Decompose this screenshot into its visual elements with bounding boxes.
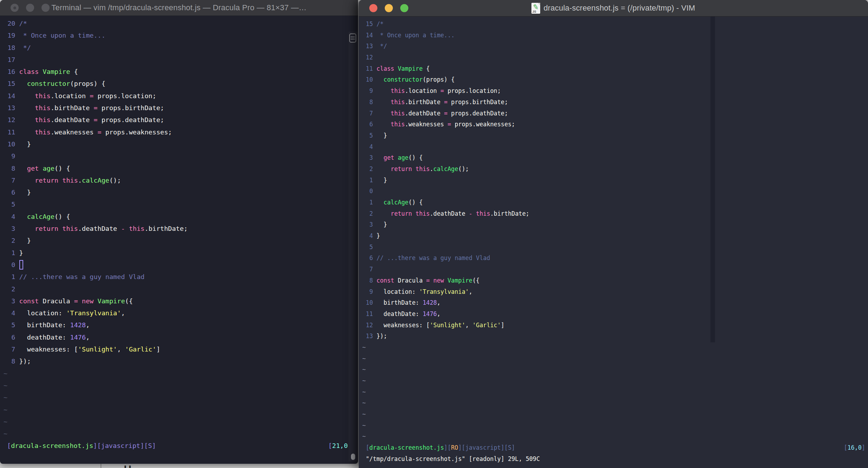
line-number: 8 — [4, 355, 19, 367]
minimize-button[interactable] — [26, 4, 34, 12]
code-token: props.birthDate; — [97, 104, 164, 112]
tilde-line: ~ — [362, 342, 868, 353]
code-token: , — [469, 288, 472, 295]
code-line: 19 * Once upon a time... — [4, 30, 358, 42]
code-line: 6 deathDate: 1476, — [4, 331, 358, 343]
vim-buffer-right[interactable]: 15/*14 * Once upon a time...13 */1211cla… — [359, 17, 868, 468]
code-token: new — [433, 277, 447, 284]
code-token: 1428 — [423, 299, 437, 306]
code-token: javascript — [101, 442, 140, 449]
code-line: 16class Vampire { — [4, 66, 358, 78]
code-token: (); — [458, 165, 469, 172]
code-token: ][ — [444, 444, 451, 451]
line-number: 20 — [4, 18, 19, 30]
code-token: dracula-screenshot.js — [369, 444, 444, 451]
code-token — [376, 110, 390, 117]
code-line: 2 } — [4, 235, 358, 247]
terminal-titlebar[interactable]: Terminal — vim /tmp/dracula-screenshot.j… — [0, 0, 358, 16]
scrollbar-thumb[interactable] — [351, 454, 355, 460]
code-token: Vampire — [43, 68, 74, 75]
statusline-file-info: [dracula-screenshot.js][javascript][S] — [7, 440, 156, 452]
code-token: ] — [862, 444, 865, 451]
code-token: = — [426, 277, 433, 284]
code-token: 1428 — [70, 321, 86, 329]
code-token — [376, 154, 383, 161]
code-token: } — [19, 189, 31, 196]
code-token: get — [384, 154, 398, 161]
code-token: this — [391, 121, 405, 128]
code-line: 12 weaknesses: ['Sunlight', 'Garlic'] — [362, 320, 868, 331]
minimize-button[interactable] — [385, 4, 393, 12]
code-token — [19, 104, 35, 112]
code-token: .birthDate; — [490, 210, 529, 217]
code-token: ][ — [93, 442, 101, 449]
vim-cursor — [19, 260, 23, 270]
macvim-scrollbar-track[interactable] — [710, 17, 715, 342]
line-number: 15 — [4, 78, 19, 90]
tilde-line: ~ — [362, 420, 868, 431]
close-button[interactable] — [11, 4, 19, 12]
code-line: 15/* — [362, 19, 868, 30]
code-token: ] — [501, 322, 504, 329]
code-token: location: — [19, 309, 66, 317]
code-line: 5 } — [362, 130, 868, 141]
code-token: - — [121, 225, 125, 232]
zoom-button[interactable] — [42, 4, 50, 12]
js-document-icon[interactable]: ✎ JS — [531, 3, 540, 14]
code-token: , — [121, 309, 125, 317]
code-token: birthDate: — [19, 321, 70, 329]
scrollbar-mark-icon[interactable] — [349, 33, 356, 43]
code-token: props.deathDate; — [97, 116, 164, 124]
code-line: 3 get age() { — [362, 152, 868, 164]
vim-statusline: [dracula-screenshot.js][javascript][S][2… — [7, 440, 352, 452]
macvim-window[interactable]: ✎ JS dracula-screenshot.js = (/private/t… — [359, 0, 868, 468]
terminal-window[interactable]: Terminal — vim /tmp/dracula-screenshot.j… — [0, 0, 358, 464]
code-token: props.weaknesses; — [101, 128, 172, 136]
code-token: 1476 — [70, 334, 86, 341]
line-number: 12 — [362, 320, 376, 331]
code-token: ][ — [458, 444, 465, 451]
code-token: ] — [152, 442, 156, 449]
terminal-scrollbar[interactable] — [349, 32, 358, 461]
code-token: calcAge — [384, 199, 409, 206]
statusline-position: [21,0] — [328, 440, 352, 452]
code-token: 21,0 — [332, 442, 348, 449]
line-number: 11 — [362, 309, 376, 320]
code-token: */ — [376, 43, 387, 50]
vim-buffer-left[interactable]: 20/*19 * Once upon a time...18 */1716cla… — [0, 16, 358, 464]
tilde-line: ~ — [362, 375, 868, 387]
code-line: 1 } — [362, 175, 868, 186]
code-token: // ...there was a guy named Vlad — [19, 273, 145, 280]
code-line: 11 deathDate: 1476, — [362, 309, 868, 320]
close-dot-icon — [13, 6, 16, 9]
code-token: () { — [408, 199, 422, 206]
tilde-line: ~ — [4, 368, 358, 380]
line-number: 8 — [4, 163, 19, 175]
code-token: return — [391, 165, 416, 172]
code-token: [ — [366, 444, 369, 451]
line-number: 16 — [4, 66, 19, 78]
line-number: 5 — [4, 319, 19, 331]
macvim-titlebar[interactable]: ✎ JS dracula-screenshot.js = (/private/t… — [359, 0, 868, 17]
code-token: this — [62, 177, 78, 184]
code-token: (); — [109, 177, 121, 184]
code-token: = — [444, 110, 447, 117]
code-token: props.deathDate; — [447, 110, 508, 117]
code-token: new — [82, 297, 98, 305]
code-token — [376, 99, 390, 106]
tilde-line: ~ — [4, 404, 358, 416]
zoom-button[interactable] — [400, 4, 408, 12]
code-token: } — [19, 237, 31, 244]
code-line: 9 location: 'Transylvania', — [362, 286, 868, 298]
code-token: Vampire — [398, 65, 426, 72]
traffic-lights — [369, 4, 408, 12]
code-line: 0 — [4, 259, 358, 271]
code-token: /* — [19, 20, 27, 27]
close-button[interactable] — [369, 4, 377, 12]
vim-command-line — [7, 452, 352, 464]
code-token — [19, 116, 35, 124]
tilde-line: ~ — [4, 428, 358, 440]
code-line: 17 — [4, 54, 358, 66]
code-token — [19, 165, 27, 172]
line-number: 3 — [4, 223, 19, 235]
